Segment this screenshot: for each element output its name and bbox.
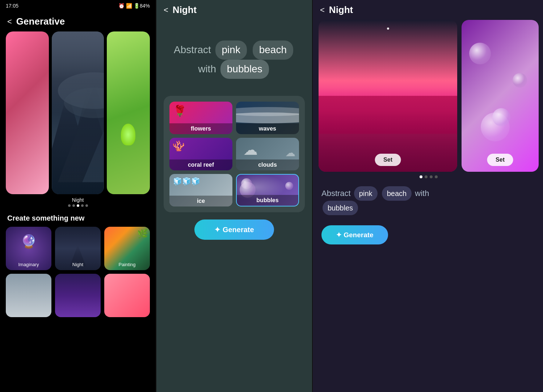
option-waves[interactable]: waves: [236, 102, 299, 134]
wp-card-pink[interactable]: [6, 31, 49, 194]
status-time: 17:05: [6, 3, 18, 9]
option-ice[interactable]: ice: [169, 174, 232, 206]
svg-marker-0: [58, 84, 104, 182]
svg-marker-1: [83, 109, 104, 182]
generative-header: < Generative: [0, 12, 156, 31]
thumb-painting[interactable]: Painting: [104, 227, 150, 270]
beach-image: [319, 20, 457, 172]
back-button[interactable]: <: [7, 17, 12, 26]
panel-night-editor: < Night Abstract pink beach with bubbles…: [156, 0, 312, 392]
option-label-ice: ice: [169, 196, 232, 206]
p3-dot-1: [420, 175, 422, 178]
option-label-bubbles: bubbles: [237, 195, 298, 206]
status-icons: ⏰ 📶 🔋84%: [118, 3, 150, 9]
panel-generative: 17:05 ⏰ 📶 🔋84% < Generative Night Creat: [0, 0, 156, 392]
results-title: Night: [329, 4, 353, 16]
prompt-prefix: Abstract: [174, 44, 211, 55]
p3-tag-bubbles[interactable]: bubbles: [323, 201, 358, 215]
bubbles-image: [462, 20, 539, 172]
p3-generate-button[interactable]: ✦ Generate: [321, 225, 388, 244]
prompt-with: with: [198, 63, 216, 74]
option-label-clouds: clouds: [236, 159, 299, 170]
wifi-icon: 📶: [126, 3, 132, 9]
thumb-row2-1[interactable]: [6, 274, 51, 317]
generate-button[interactable]: ✦ Generate: [194, 220, 274, 240]
back-button-2[interactable]: <: [164, 5, 168, 15]
option-label-waves: waves: [236, 123, 299, 134]
wp-card-mountain[interactable]: [52, 31, 104, 194]
thumb-label-painting: Painting: [104, 262, 150, 267]
prompt-tag-beach[interactable]: beach: [253, 41, 293, 60]
result-bubbles-card[interactable]: Set: [462, 20, 539, 172]
wp-label-night: Night: [0, 197, 156, 203]
back-button-3[interactable]: <: [320, 5, 325, 15]
dot-3: [77, 204, 79, 207]
page-title: Generative: [16, 16, 65, 27]
thumb-grid: Imaginary Night Painting: [0, 227, 156, 317]
section-title: Create something new: [0, 211, 156, 227]
p3-tag-beach[interactable]: beach: [382, 186, 412, 201]
set-button-bubbles[interactable]: Set: [487, 154, 513, 166]
p3-tag-pink[interactable]: pink: [354, 186, 378, 201]
p3-dot-2: [425, 175, 428, 178]
options-panel: flowers waves coral reef clouds ice bubb…: [164, 96, 305, 212]
thumb-row2-2[interactable]: [55, 274, 101, 317]
night-header: < Night: [156, 0, 312, 20]
dot-1: [68, 204, 71, 207]
prompt-tag-pink[interactable]: pink: [215, 41, 247, 60]
status-bar: 17:05 ⏰ 📶 🔋84%: [0, 0, 156, 12]
options-grid: flowers waves coral reef clouds ice bubb…: [169, 102, 299, 206]
p3-prompt-text: Abstract pink beach with bubbles: [321, 186, 536, 215]
prompt-area: Abstract pink beach with bubbles: [156, 20, 312, 92]
prompt-tag-bubbles[interactable]: bubbles: [220, 60, 269, 79]
thumb-label-imaginary: Imaginary: [6, 262, 51, 267]
wp-card-green[interactable]: [107, 31, 150, 194]
bubble-2: [513, 73, 527, 88]
option-clouds[interactable]: clouds: [236, 138, 299, 170]
svg-point-3: [64, 88, 104, 118]
wallpaper-grid: [0, 31, 156, 194]
prompt-text: Abstract pink beach with bubbles: [174, 41, 295, 79]
dot-2: [72, 204, 75, 207]
option-flowers[interactable]: flowers: [169, 102, 232, 134]
set-button-beach[interactable]: Set: [375, 154, 401, 166]
option-coralreef[interactable]: coral reef: [169, 138, 232, 170]
results-header: < Night: [313, 0, 543, 20]
thumb-night[interactable]: Night: [55, 227, 101, 270]
p3-dot-3: [430, 175, 433, 178]
p3-dot-4: [435, 175, 438, 178]
dot-5: [85, 204, 88, 207]
bubble-1: [469, 43, 491, 64]
option-label-flowers: flowers: [169, 123, 232, 134]
panel-results: < Night Set Set Abstr: [313, 0, 543, 392]
dot-4: [81, 204, 84, 207]
thumb-row2-3[interactable]: [104, 274, 150, 317]
results-images-row: Set Set: [313, 20, 543, 172]
option-bubbles[interactable]: bubbles: [236, 174, 299, 206]
result-beach-card[interactable]: Set: [319, 20, 457, 172]
p3-prompt-with: with: [415, 189, 429, 198]
results-dots: [313, 175, 543, 178]
thumb-imaginary[interactable]: Imaginary: [6, 227, 51, 270]
svg-point-2: [58, 72, 104, 109]
alarm-icon: ⏰: [118, 3, 125, 9]
thumb-label-night: Night: [55, 262, 101, 267]
night-title: Night: [173, 4, 197, 16]
p3-prompt-prefix: Abstract: [321, 189, 351, 198]
option-label-coralreef: coral reef: [169, 159, 232, 170]
wp-dots: [0, 204, 156, 207]
p3-prompt-area: Abstract pink beach with bubbles: [313, 182, 543, 220]
battery-icon: 🔋84%: [134, 3, 150, 9]
